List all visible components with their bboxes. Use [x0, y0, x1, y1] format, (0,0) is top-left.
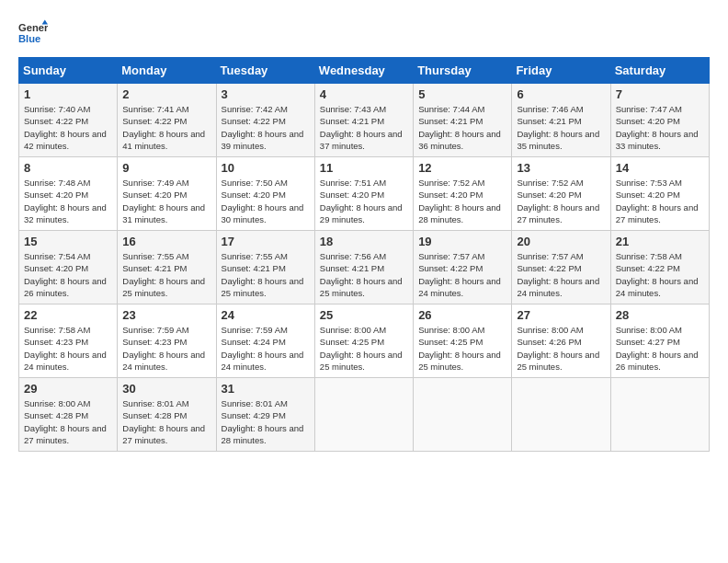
day-number: 5 [418, 87, 507, 101]
day-of-week-header: Sunday [19, 58, 118, 84]
day-number: 16 [122, 235, 211, 248]
calendar-cell [512, 378, 610, 452]
day-detail: Sunrise: 7:46 AMSunset: 4:21 PMDaylight:… [517, 103, 606, 152]
logo: General Blue [18, 18, 48, 48]
calendar-cell: 14Sunrise: 7:53 AMSunset: 4:20 PMDayligh… [610, 157, 709, 231]
calendar-cell [414, 378, 512, 452]
day-of-week-header: Friday [512, 58, 610, 84]
calendar-cell: 4Sunrise: 7:43 AMSunset: 4:21 PMDaylight… [314, 84, 413, 157]
day-detail: Sunrise: 8:00 AMSunset: 4:27 PMDaylight:… [616, 324, 705, 373]
calendar-cell: 26Sunrise: 8:00 AMSunset: 4:25 PMDayligh… [414, 304, 512, 378]
day-detail: Sunrise: 7:56 AMSunset: 4:21 PMDaylight:… [320, 250, 409, 299]
day-detail: Sunrise: 7:55 AMSunset: 4:21 PMDaylight:… [222, 250, 311, 299]
day-of-week-header: Saturday [610, 58, 709, 84]
day-number: 24 [222, 308, 311, 322]
day-number: 19 [418, 235, 507, 248]
day-number: 2 [122, 87, 211, 101]
day-number: 1 [24, 87, 113, 101]
day-number: 4 [320, 87, 409, 101]
calendar-cell: 31Sunrise: 8:01 AMSunset: 4:29 PMDayligh… [216, 378, 314, 452]
calendar-cell: 20Sunrise: 7:57 AMSunset: 4:22 PMDayligh… [512, 231, 610, 304]
calendar-week-row: 29Sunrise: 8:00 AMSunset: 4:28 PMDayligh… [19, 378, 710, 452]
calendar-cell: 16Sunrise: 7:55 AMSunset: 4:21 PMDayligh… [118, 231, 216, 304]
day-detail: Sunrise: 8:00 AMSunset: 4:28 PMDaylight:… [24, 397, 113, 446]
day-detail: Sunrise: 7:59 AMSunset: 4:23 PMDaylight:… [122, 324, 211, 373]
calendar-cell: 10Sunrise: 7:50 AMSunset: 4:20 PMDayligh… [216, 157, 314, 231]
day-detail: Sunrise: 7:40 AMSunset: 4:22 PMDaylight:… [24, 103, 113, 152]
day-detail: Sunrise: 7:47 AMSunset: 4:20 PMDaylight:… [616, 103, 705, 152]
day-number: 3 [222, 87, 311, 101]
day-detail: Sunrise: 7:52 AMSunset: 4:20 PMDaylight:… [517, 177, 606, 225]
calendar-cell: 15Sunrise: 7:54 AMSunset: 4:20 PMDayligh… [19, 231, 118, 304]
calendar-cell: 11Sunrise: 7:51 AMSunset: 4:20 PMDayligh… [314, 157, 413, 231]
day-number: 10 [222, 161, 311, 175]
day-number: 14 [616, 161, 705, 175]
day-number: 21 [616, 235, 705, 248]
calendar-week-row: 8Sunrise: 7:48 AMSunset: 4:20 PMDaylight… [19, 157, 710, 231]
day-number: 18 [320, 235, 409, 248]
calendar-cell: 25Sunrise: 8:00 AMSunset: 4:25 PMDayligh… [314, 304, 413, 378]
day-number: 27 [517, 308, 606, 322]
page-header: General Blue [18, 18, 710, 48]
calendar-week-row: 1Sunrise: 7:40 AMSunset: 4:22 PMDaylight… [19, 84, 710, 157]
calendar-body: 1Sunrise: 7:40 AMSunset: 4:22 PMDaylight… [19, 84, 710, 452]
day-detail: Sunrise: 7:52 AMSunset: 4:20 PMDaylight:… [418, 177, 507, 225]
day-number: 13 [517, 161, 606, 175]
calendar-cell: 19Sunrise: 7:57 AMSunset: 4:22 PMDayligh… [414, 231, 512, 304]
calendar-cell: 5Sunrise: 7:44 AMSunset: 4:21 PMDaylight… [414, 84, 512, 157]
day-detail: Sunrise: 8:00 AMSunset: 4:26 PMDaylight:… [517, 324, 606, 373]
calendar-cell: 22Sunrise: 7:58 AMSunset: 4:23 PMDayligh… [19, 304, 118, 378]
day-detail: Sunrise: 7:48 AMSunset: 4:20 PMDaylight:… [24, 177, 113, 225]
calendar-cell: 9Sunrise: 7:49 AMSunset: 4:20 PMDaylight… [118, 157, 216, 231]
day-number: 28 [616, 308, 705, 322]
day-number: 7 [616, 87, 705, 101]
day-number: 6 [517, 87, 606, 101]
calendar-header-row: SundayMondayTuesdayWednesdayThursdayFrid… [19, 58, 710, 84]
calendar-cell: 12Sunrise: 7:52 AMSunset: 4:20 PMDayligh… [414, 157, 512, 231]
day-detail: Sunrise: 7:50 AMSunset: 4:20 PMDaylight:… [222, 177, 311, 225]
day-detail: Sunrise: 7:41 AMSunset: 4:22 PMDaylight:… [122, 103, 211, 152]
day-detail: Sunrise: 7:55 AMSunset: 4:21 PMDaylight:… [122, 250, 211, 299]
calendar-cell: 28Sunrise: 8:00 AMSunset: 4:27 PMDayligh… [610, 304, 709, 378]
day-detail: Sunrise: 7:42 AMSunset: 4:22 PMDaylight:… [222, 103, 311, 152]
day-detail: Sunrise: 7:44 AMSunset: 4:21 PMDaylight:… [418, 103, 507, 152]
day-detail: Sunrise: 7:49 AMSunset: 4:20 PMDaylight:… [122, 177, 211, 225]
day-number: 30 [122, 382, 211, 396]
calendar-week-row: 22Sunrise: 7:58 AMSunset: 4:23 PMDayligh… [19, 304, 710, 378]
calendar-week-row: 15Sunrise: 7:54 AMSunset: 4:20 PMDayligh… [19, 231, 710, 304]
calendar-cell: 30Sunrise: 8:01 AMSunset: 4:28 PMDayligh… [118, 378, 216, 452]
calendar-cell [314, 378, 413, 452]
calendar-cell: 27Sunrise: 8:00 AMSunset: 4:26 PMDayligh… [512, 304, 610, 378]
day-of-week-header: Thursday [414, 58, 512, 84]
calendar-cell: 8Sunrise: 7:48 AMSunset: 4:20 PMDaylight… [19, 157, 118, 231]
day-detail: Sunrise: 7:58 AMSunset: 4:22 PMDaylight:… [616, 250, 705, 299]
calendar-cell: 17Sunrise: 7:55 AMSunset: 4:21 PMDayligh… [216, 231, 314, 304]
calendar-cell: 1Sunrise: 7:40 AMSunset: 4:22 PMDaylight… [19, 84, 118, 157]
day-detail: Sunrise: 7:59 AMSunset: 4:24 PMDaylight:… [222, 324, 311, 373]
calendar-cell: 13Sunrise: 7:52 AMSunset: 4:20 PMDayligh… [512, 157, 610, 231]
logo-icon: General Blue [18, 18, 48, 48]
calendar-cell: 24Sunrise: 7:59 AMSunset: 4:24 PMDayligh… [216, 304, 314, 378]
calendar-cell: 23Sunrise: 7:59 AMSunset: 4:23 PMDayligh… [118, 304, 216, 378]
day-number: 12 [418, 161, 507, 175]
day-detail: Sunrise: 7:57 AMSunset: 4:22 PMDaylight:… [418, 250, 507, 299]
calendar-cell: 3Sunrise: 7:42 AMSunset: 4:22 PMDaylight… [216, 84, 314, 157]
day-detail: Sunrise: 7:54 AMSunset: 4:20 PMDaylight:… [24, 250, 113, 299]
day-detail: Sunrise: 7:57 AMSunset: 4:22 PMDaylight:… [517, 250, 606, 299]
day-detail: Sunrise: 7:43 AMSunset: 4:21 PMDaylight:… [320, 103, 409, 152]
day-number: 15 [24, 235, 113, 248]
svg-text:Blue: Blue [18, 33, 40, 44]
calendar-table: SundayMondayTuesdayWednesdayThursdayFrid… [18, 57, 710, 452]
day-of-week-header: Tuesday [216, 58, 314, 84]
calendar-cell: 2Sunrise: 7:41 AMSunset: 4:22 PMDaylight… [118, 84, 216, 157]
day-detail: Sunrise: 8:01 AMSunset: 4:28 PMDaylight:… [122, 397, 211, 446]
day-number: 17 [222, 235, 311, 248]
day-number: 25 [320, 308, 409, 322]
day-number: 26 [418, 308, 507, 322]
day-number: 23 [122, 308, 211, 322]
day-detail: Sunrise: 7:53 AMSunset: 4:20 PMDaylight:… [616, 177, 705, 225]
calendar-cell: 18Sunrise: 7:56 AMSunset: 4:21 PMDayligh… [314, 231, 413, 304]
calendar-cell: 7Sunrise: 7:47 AMSunset: 4:20 PMDaylight… [610, 84, 709, 157]
day-of-week-header: Wednesday [314, 58, 413, 84]
calendar-cell: 6Sunrise: 7:46 AMSunset: 4:21 PMDaylight… [512, 84, 610, 157]
